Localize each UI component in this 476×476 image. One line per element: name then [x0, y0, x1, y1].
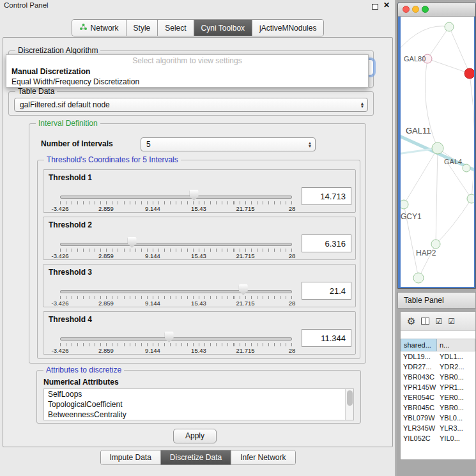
- tab-cyni-toolbox[interactable]: Cyni Toolbox: [194, 20, 252, 36]
- network-node-hap2[interactable]: [431, 240, 440, 249]
- network-node-selected-red[interactable]: [464, 68, 474, 79]
- table-row[interactable]: YBR043CYBR0...: [401, 372, 475, 382]
- control-panel-titlebar: Control Panel ✕: [0, 0, 395, 12]
- table-body: YDL19...YDL1... YDR27...YDR2... YBR043CY…: [401, 351, 475, 459]
- threshold-2-slider-track[interactable]: [60, 243, 292, 246]
- tick-label: 15.43: [191, 347, 206, 354]
- table-row[interactable]: YLR345WYLR3...: [401, 423, 475, 433]
- dropdown-item-equal-width-frequency[interactable]: Equal Width/Frequency Discretization: [6, 77, 368, 87]
- table-row[interactable]: YDR27...YDR2...: [401, 362, 475, 372]
- network-icon: [79, 23, 88, 33]
- threshold-1-slider-track[interactable]: [60, 196, 292, 199]
- threshold-4-value-field[interactable]: 11.344: [302, 329, 351, 347]
- tick-label: -3.426: [52, 205, 69, 212]
- table-row[interactable]: YBR045CYBR0...: [401, 403, 475, 413]
- bottom-tabbar: Impute Data Discretize Data Infer Networ…: [100, 450, 295, 465]
- cyni-toolbox-panel: Discretization Algorithm Select algorith…: [3, 37, 393, 447]
- network-node[interactable]: [463, 164, 470, 172]
- list-item-betweennesscentrality[interactable]: BetweennessCentrality: [44, 410, 353, 420]
- threshold-3-slider-track[interactable]: [60, 290, 292, 293]
- control-panel: Control Panel ✕ Network Style Select Cyn…: [0, 0, 396, 476]
- tab-label: jActiveMNodules: [259, 24, 316, 33]
- zoom-traffic-light[interactable]: [422, 6, 429, 13]
- tab-infer-network[interactable]: Infer Network: [231, 450, 295, 464]
- table-row[interactable]: YER054CYER0...: [401, 392, 475, 403]
- columns-icon[interactable]: [421, 318, 429, 325]
- list-item-selfloops[interactable]: SelfLoops: [44, 389, 353, 399]
- tick-label: 28: [289, 205, 296, 212]
- network-node-gcy1[interactable]: [401, 200, 408, 209]
- tick-label: 2.859: [98, 300, 114, 307]
- close-traffic-light[interactable]: [403, 6, 410, 13]
- column-header-name[interactable]: n...: [437, 339, 475, 351]
- dropdown-placeholder: Select algorithm to view settings: [6, 56, 368, 66]
- list-scrollbar[interactable]: [345, 389, 353, 420]
- threshold-3-slider-thumb[interactable]: [239, 284, 248, 295]
- tick-label: 9.144: [145, 252, 160, 259]
- table-row[interactable]: YBL079WYBL0...: [401, 413, 475, 423]
- network-node[interactable]: [413, 273, 424, 283]
- tab-jactivemnodules[interactable]: jActiveMNodules: [252, 20, 323, 36]
- network-window-titlebar[interactable]: [398, 3, 475, 17]
- tab-discretize-data[interactable]: Discretize Data: [161, 450, 231, 464]
- tick-label: -3.426: [52, 252, 69, 259]
- table-toolbar: ⚙ ☑ ☑: [401, 312, 475, 331]
- group-title: Table Data: [15, 87, 57, 96]
- table-row[interactable]: YDL19...YDL1...: [401, 351, 475, 362]
- close-icon[interactable]: ✕: [383, 1, 390, 10]
- tab-select[interactable]: Select: [158, 20, 194, 36]
- interval-definition-group: Interval Definition Number of Intervals …: [29, 123, 366, 364]
- slider-ticks: [60, 343, 293, 346]
- tick-label: 2.859: [98, 205, 114, 212]
- threshold-1-slider-thumb[interactable]: [190, 190, 199, 201]
- attributes-to-discretize-group: Attributes to discretize Numerical Attri…: [36, 370, 361, 424]
- threshold-2-value-field[interactable]: 6.316: [302, 234, 351, 252]
- scrollbar-thumb[interactable]: [347, 390, 353, 406]
- control-panel-tabbar: Network Style Select Cyni Toolbox jActiv…: [72, 19, 325, 36]
- clear-selection-icon[interactable]: ☑: [448, 317, 455, 326]
- network-node-gal4[interactable]: [432, 142, 443, 154]
- dropdown-item-manual-discretization[interactable]: Manual Discretization: [6, 66, 368, 77]
- minimize-traffic-light[interactable]: [412, 6, 419, 13]
- tab-network[interactable]: Network: [72, 20, 127, 36]
- threshold-3-value-field[interactable]: 21.4: [302, 282, 351, 300]
- tick-label: 2.859: [98, 347, 114, 354]
- table-row[interactable]: YIL052CYIL0...: [401, 433, 475, 443]
- tick-label: 21.715: [236, 347, 254, 354]
- network-node[interactable]: [445, 22, 454, 31]
- tab-label: Cyni Toolbox: [201, 24, 245, 33]
- column-header-shared-name[interactable]: shared...: [401, 339, 437, 351]
- combobox-value: galFiltered.sif default node: [15, 100, 357, 109]
- group-title: Interval Definition: [36, 119, 100, 128]
- tick-label: 15.43: [191, 252, 206, 259]
- gear-icon[interactable]: ⚙: [407, 316, 415, 327]
- select-all-icon[interactable]: ☑: [435, 317, 442, 326]
- threshold-4-label: Threshold 4: [49, 315, 92, 324]
- float-window-icon[interactable]: [372, 4, 378, 10]
- tab-style[interactable]: Style: [127, 20, 158, 36]
- node-label-gal4: GAL4: [444, 158, 462, 165]
- table-row[interactable]: YPR145WYPR1...: [401, 382, 475, 392]
- threshold-2-slider-thumb[interactable]: [128, 237, 137, 248]
- list-item-topologicalcoefficient[interactable]: TopologicalCoefficient: [44, 399, 353, 410]
- table-panel: ⚙ ☑ ☑ shared... n... YDL19...YDL1... YDR…: [400, 311, 476, 460]
- network-node[interactable]: [467, 194, 474, 203]
- apply-button[interactable]: Apply: [173, 429, 217, 443]
- group-title: Threshold's Coordinates for 5 Intervals: [44, 155, 181, 164]
- combobox-value: 5: [141, 140, 305, 149]
- numerical-attributes-label: Numerical Attributes: [43, 378, 119, 387]
- tab-impute-data[interactable]: Impute Data: [100, 450, 160, 464]
- threshold-4-slider-thumb[interactable]: [165, 332, 174, 342]
- threshold-4-slider-track[interactable]: [60, 337, 292, 341]
- tick-label: 21.715: [236, 205, 254, 212]
- control-panel-title: Control Panel: [4, 1, 49, 9]
- threshold-3-label: Threshold 3: [49, 268, 92, 277]
- combobox-arrows-icon: ▲▼: [305, 141, 315, 148]
- threshold-1-value-field[interactable]: 14.713: [302, 187, 351, 205]
- slider-ticks: [60, 296, 293, 299]
- number-of-intervals-combobox[interactable]: 5 ▲▼: [141, 137, 316, 151]
- table-header-row: shared... n...: [401, 339, 475, 351]
- tab-label: Style: [134, 24, 151, 33]
- table-data-combobox[interactable]: galFiltered.sif default node ▲▼: [14, 98, 368, 112]
- network-canvas[interactable]: GAL80 GAL11 GAL4 GCY1 HAP2: [401, 17, 474, 287]
